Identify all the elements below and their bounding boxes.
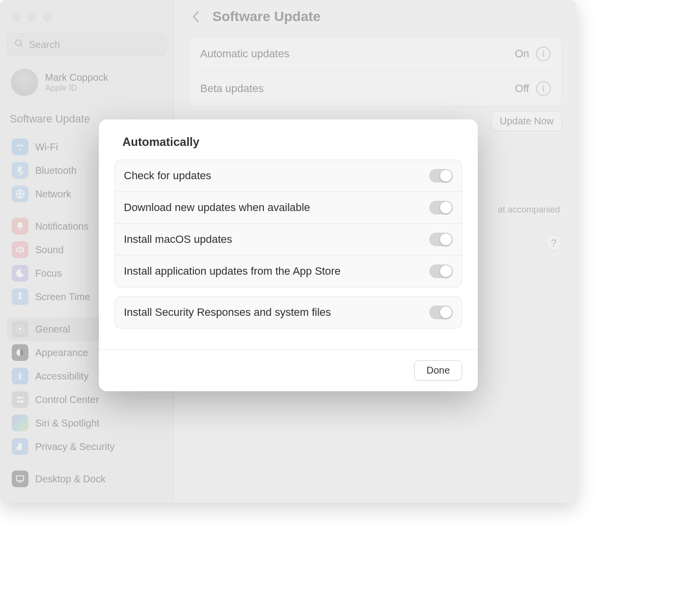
modal-footer: Done <box>99 349 478 391</box>
install-security-row: Install Security Responses and system fi… <box>115 297 462 328</box>
done-button[interactable]: Done <box>414 360 462 380</box>
automatic-updates-modal: Automatically Check for updates Download… <box>99 119 478 391</box>
install-security-toggle[interactable] <box>429 306 453 319</box>
check-updates-row: Check for updates <box>115 160 462 191</box>
toggle-label: Download new updates when available <box>124 201 310 214</box>
download-updates-row: Download new updates when available <box>115 191 462 223</box>
download-updates-toggle[interactable] <box>429 201 453 214</box>
check-updates-toggle[interactable] <box>429 169 453 183</box>
install-macos-toggle[interactable] <box>429 233 453 246</box>
toggle-label: Install Security Responses and system fi… <box>124 306 331 319</box>
toggle-label: Install application updates from the App… <box>124 265 341 278</box>
install-macos-row: Install macOS updates <box>115 223 462 255</box>
modal-title: Automatically <box>115 135 462 149</box>
toggle-label: Install macOS updates <box>124 233 232 246</box>
toggle-label: Check for updates <box>124 169 211 182</box>
install-appstore-toggle[interactable] <box>429 264 453 278</box>
modal-group-security: Install Security Responses and system fi… <box>115 296 462 329</box>
install-appstore-row: Install application updates from the App… <box>115 255 462 287</box>
modal-group-main: Check for updates Download new updates w… <box>115 160 462 287</box>
